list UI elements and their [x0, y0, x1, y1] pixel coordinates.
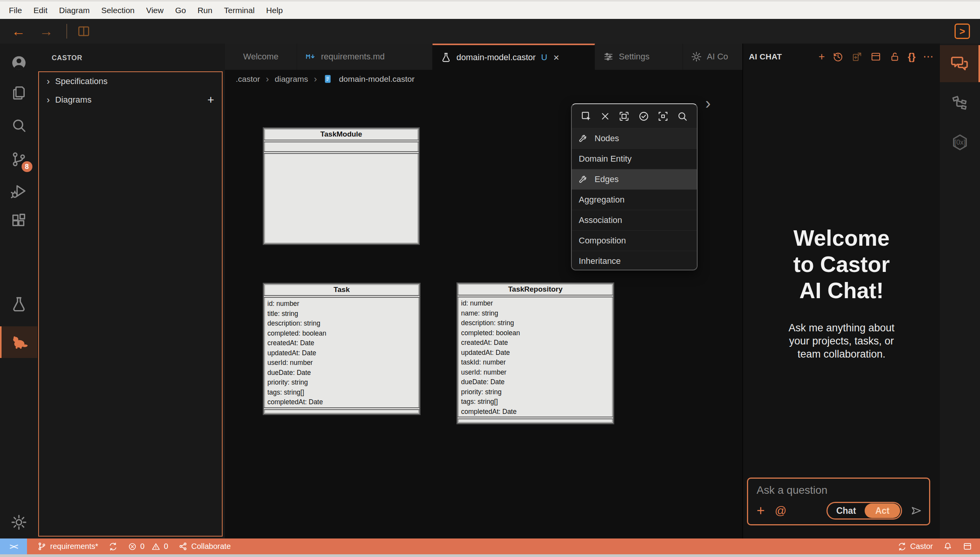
terminal-toggle-icon[interactable]: >: [955, 24, 970, 39]
source-control-badge: 8: [21, 160, 33, 173]
more-actions-icon[interactable]: ⋯: [923, 51, 934, 62]
tab-welcome[interactable]: Welcome: [225, 44, 297, 70]
palette-item-association[interactable]: Association: [572, 210, 697, 230]
remote-indicator[interactable]: ><: [0, 538, 27, 554]
diagram-hierarchy-icon[interactable]: [940, 92, 980, 114]
menu-diagram[interactable]: Diagram: [53, 6, 95, 15]
attach-icon[interactable]: +: [757, 504, 765, 518]
status-bar: >< requirements* 0 0 Collaborate Castor: [0, 538, 980, 554]
palette-item-composition[interactable]: Composition: [572, 230, 697, 251]
palette-group-edges[interactable]: Edges: [572, 169, 697, 189]
breadcrumb-segment[interactable]: diagrams: [275, 74, 308, 84]
run-debug-icon[interactable]: [0, 181, 37, 202]
tab-ai-co[interactable]: AI Co: [683, 44, 742, 70]
castor-sync-status[interactable]: Castor: [897, 542, 933, 551]
select-tool-icon[interactable]: [580, 110, 592, 122]
chat-act-toggle[interactable]: Chat Act: [826, 502, 902, 520]
palette-item-aggregation[interactable]: Aggregation: [572, 189, 697, 210]
marquee-tool-icon[interactable]: [618, 110, 630, 122]
tab-requirements-md[interactable]: requirements.md: [297, 44, 433, 70]
problems-status[interactable]: 0 0: [128, 542, 168, 551]
chat-input-box[interactable]: + @ Chat Act: [747, 478, 930, 525]
account-icon[interactable]: [0, 52, 37, 74]
palette-toolbar: [572, 104, 697, 128]
tab-settings[interactable]: Settings: [595, 44, 683, 70]
search-tool-icon[interactable]: [676, 110, 688, 122]
chevron-right-icon: ›: [47, 76, 50, 87]
diagram-canvas[interactable]: TaskModule Task id: number title: string…: [225, 88, 742, 538]
add-diagram-button[interactable]: +: [207, 93, 214, 106]
hex-debug-icon[interactable]: [940, 132, 980, 153]
sliders-icon: [603, 51, 614, 62]
ai-chat-view-icon[interactable]: [940, 45, 980, 82]
braces-icon[interactable]: {}: [908, 52, 916, 62]
sidebar: CASTOR › Specifications › Diagrams +: [37, 44, 225, 538]
palette-item-label: Composition: [579, 236, 626, 246]
forward-arrow-icon[interactable]: →: [39, 24, 53, 38]
error-icon: [128, 542, 137, 551]
menu-bar: File Edit Diagram Selection View Go Run …: [0, 0, 980, 19]
class-node-taskrepository[interactable]: TaskRepository id: number name: string d…: [456, 282, 614, 424]
menu-file[interactable]: File: [3, 6, 28, 15]
breadcrumb-segment[interactable]: domain-model.castor: [339, 74, 414, 84]
main-area: 8 CASTOR › Specifications › Diagrams +: [0, 44, 980, 538]
close-icon[interactable]: ×: [553, 52, 559, 64]
fit-view-tool-icon[interactable]: [657, 110, 669, 122]
delete-tool-icon[interactable]: [600, 111, 611, 122]
layout-icon[interactable]: [870, 51, 882, 62]
breadcrumb-segment[interactable]: .castor: [236, 74, 260, 84]
menu-go[interactable]: Go: [169, 6, 192, 15]
tab-domain-model-castor[interactable]: domain-model.castor U ×: [433, 44, 595, 70]
collaborate-button[interactable]: Collaborate: [178, 542, 231, 551]
chat-question-input[interactable]: [757, 484, 919, 496]
search-icon[interactable]: [0, 115, 37, 136]
new-chat-icon[interactable]: +: [818, 51, 825, 62]
palette-item-inheritance[interactable]: Inheritance: [572, 251, 697, 270]
sidebar-item-specifications[interactable]: › Specifications: [39, 72, 222, 91]
palette-collapse-chevron-icon[interactable]: ›: [705, 94, 711, 113]
ai-chat-actions: + {} ⋯: [818, 51, 934, 62]
test-flask-icon[interactable]: [0, 292, 37, 316]
palette-item-domain-entity[interactable]: Domain Entity: [572, 149, 697, 169]
validate-tool-icon[interactable]: [638, 110, 650, 122]
extensions-icon[interactable]: [0, 210, 37, 232]
menu-terminal[interactable]: Terminal: [218, 6, 260, 15]
attributes-compartment: id: number name: string description: str…: [458, 297, 613, 417]
palette-item-label: Domain Entity: [579, 154, 632, 164]
class-node-task[interactable]: Task id: number title: string descriptio…: [263, 283, 421, 415]
ai-chat-header: AI CHAT + {} ⋯: [743, 44, 940, 70]
unlock-icon[interactable]: [889, 51, 901, 62]
export-chat-icon[interactable]: [851, 51, 863, 62]
back-arrow-icon[interactable]: ←: [12, 24, 25, 38]
menu-edit[interactable]: Edit: [28, 6, 53, 15]
panel-layout-icon[interactable]: [963, 542, 972, 551]
sync-status[interactable]: [108, 542, 118, 551]
class-attribute: taskId: number: [461, 358, 610, 368]
history-icon[interactable]: [832, 51, 844, 62]
menu-help[interactable]: Help: [260, 6, 289, 15]
git-branch-status[interactable]: requirements*: [37, 542, 98, 551]
menu-selection[interactable]: Selection: [95, 6, 140, 15]
notifications-bell-icon[interactable]: [943, 542, 953, 551]
activity-bar-right: [940, 44, 980, 538]
mention-icon[interactable]: @: [775, 505, 786, 516]
app-label: Castor: [910, 542, 933, 551]
class-node-taskmodule[interactable]: TaskModule: [263, 127, 420, 245]
source-control-icon[interactable]: 8: [0, 148, 37, 171]
settings-gear-icon[interactable]: [0, 511, 37, 533]
sidebar-item-diagrams[interactable]: › Diagrams +: [39, 91, 222, 109]
explorer-icon[interactable]: [0, 82, 37, 104]
send-icon[interactable]: [910, 504, 923, 517]
compartment-divider: [264, 295, 419, 298]
class-attribute: id: number: [461, 299, 610, 309]
methods-compartment: [264, 410, 419, 414]
split-editor-icon[interactable]: [76, 24, 91, 39]
mode-act-option[interactable]: Act: [865, 503, 900, 518]
castor-icon[interactable]: [0, 326, 37, 358]
status-bar-right: Castor: [897, 542, 972, 551]
mode-chat-option[interactable]: Chat: [828, 506, 865, 516]
menu-view[interactable]: View: [140, 6, 169, 15]
nav-bar: ← → >: [0, 19, 980, 44]
palette-group-nodes[interactable]: Nodes: [572, 128, 697, 149]
menu-run[interactable]: Run: [192, 6, 218, 15]
